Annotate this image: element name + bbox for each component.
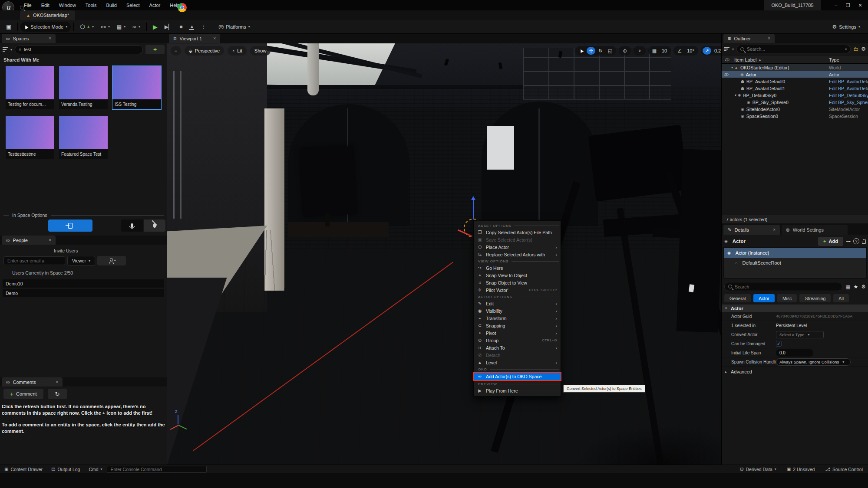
- grid-snap-value[interactable]: 10: [660, 48, 669, 53]
- menu-replace-actors[interactable]: ⇆Replace Selected Actors with›: [474, 251, 561, 258]
- advanced-section-header[interactable]: ▸Advanced: [722, 368, 868, 376]
- menu-snap-object-to-view[interactable]: ⌗Snap Object to View: [474, 279, 561, 286]
- type-column[interactable]: Type: [829, 57, 839, 62]
- close-icon[interactable]: ×: [773, 227, 776, 232]
- filter-actor[interactable]: Actor: [753, 294, 775, 302]
- add-component-button[interactable]: + Add: [818, 237, 843, 246]
- tab-outliner[interactable]: ≣ Outliner ×: [723, 34, 775, 43]
- space-thumbnail[interactable]: Testing for docum...: [6, 66, 54, 109]
- outliner-row-actor-selected[interactable]: ◉ ActorActor: [722, 71, 868, 78]
- menu-edit[interactable]: ✎Edit›: [474, 300, 561, 307]
- menu-edit[interactable]: Edit: [36, 0, 54, 10]
- pivot-icon[interactable]: ⌖: [635, 47, 644, 55]
- add-user-button[interactable]: +: [97, 256, 126, 265]
- outliner-row[interactable]: ▾✺ BP_DefaultSky0Edit BP_DefaultSky: [722, 92, 868, 98]
- angle-snap-control[interactable]: ∠ 10°: [673, 46, 698, 56]
- visibility-column-icon[interactable]: [725, 58, 729, 61]
- add-space-button[interactable]: +: [145, 45, 165, 54]
- stop-button[interactable]: ■: [176, 22, 186, 32]
- filter-streaming[interactable]: Streaming: [799, 294, 831, 302]
- play-button[interactable]: ▶: [149, 22, 161, 32]
- item-label-column[interactable]: Item Label: [734, 57, 756, 62]
- invite-email-input[interactable]: [3, 256, 65, 265]
- tab-world-settings[interactable]: ◍ World Settings: [782, 225, 848, 235]
- scene-root-row[interactable]: ⌂ DefaultSceneRoot: [724, 258, 866, 268]
- menu-go-here[interactable]: ↪Go Here: [474, 264, 561, 272]
- space-thumbnail-selected[interactable]: ISS Testing: [112, 66, 161, 109]
- add-comment-button[interactable]: + Comment: [3, 389, 43, 399]
- filter-chevron-icon[interactable]: ▾: [732, 47, 734, 51]
- tab-details[interactable]: ✎ Details ×: [723, 225, 780, 235]
- console-command-input[interactable]: [107, 466, 207, 473]
- details-settings-icon[interactable]: ⚙: [861, 284, 866, 290]
- spaces-search-input[interactable]: ×: [15, 45, 143, 54]
- close-icon[interactable]: ×: [49, 238, 51, 242]
- content-drawer-button[interactable]: ▣ Content Drawer: [0, 467, 47, 472]
- new-folder-icon[interactable]: 🗀︎: [853, 46, 858, 52]
- select-tool-icon[interactable]: [577, 47, 586, 55]
- cmd-dropdown[interactable]: Cmd▾: [84, 467, 106, 472]
- lock-icon[interactable]: [862, 241, 866, 244]
- play-options-button[interactable]: ⋮: [198, 22, 209, 32]
- menu-add-actor-to-oko-space[interactable]: ∞Add Actor(s) to OKO Space: [473, 372, 561, 381]
- space-thumbnail[interactable]: Testtesttestme: [6, 116, 54, 159]
- unsaved-button[interactable]: ▣ 2 Unsaved: [782, 467, 820, 472]
- add-actor-dropdown[interactable]: ⬡+▾: [76, 22, 97, 32]
- source-control-button[interactable]: ⎇ Source Control: [820, 467, 868, 472]
- favorites-icon[interactable]: ★: [853, 284, 858, 290]
- filter-general[interactable]: General: [724, 294, 751, 302]
- platforms-dropdown[interactable]: 🎮︎Platforms▾: [215, 22, 253, 32]
- outliner-row[interactable]: ◉ SiteModelActor0SiteModelActor: [722, 106, 868, 112]
- can-be-damaged-checkbox[interactable]: ✓: [776, 341, 782, 347]
- outliner-row[interactable]: ☗ BP_AvatarDefault0Edit BP_AvatarDefault: [722, 78, 868, 85]
- menu-copy-file-path[interactable]: ❐Copy Selected Actor(s) File Path: [474, 229, 561, 236]
- show-dropdown[interactable]: Show: [250, 46, 271, 56]
- cinematics-dropdown[interactable]: ▤▾: [113, 22, 129, 32]
- grid-snap-control[interactable]: ▦ 10: [648, 46, 671, 56]
- close-icon[interactable]: ×: [213, 36, 216, 41]
- gizmo-z-axis[interactable]: [473, 200, 474, 219]
- close-icon[interactable]: ×: [56, 380, 58, 384]
- menu-pilot-actor[interactable]: ✈Pilot 'Actor'CTRL+SHIFT+P: [474, 286, 561, 294]
- output-log-button[interactable]: ▤ Output Log: [47, 467, 84, 472]
- filter-all[interactable]: All: [833, 294, 849, 302]
- angle-snap-value[interactable]: 10°: [685, 48, 696, 53]
- blueprint-icon[interactable]: ⊶: [846, 239, 851, 244]
- eye-icon[interactable]: [724, 73, 728, 75]
- filter-chevron-icon[interactable]: ▾: [10, 48, 12, 52]
- outliner-row[interactable]: ☗ BP_AvatarDefault1Edit BP_AvatarDefault: [722, 85, 868, 92]
- tab-spaces[interactable]: ∞ Spaces ×: [2, 34, 56, 43]
- spawn-collision-dropdown[interactable]: Always Spawn, Ignore Collisions▾: [776, 358, 851, 366]
- filter-icon[interactable]: [3, 47, 8, 52]
- move-tool-icon[interactable]: ✢: [587, 47, 595, 55]
- scale-tool-icon[interactable]: ◱: [606, 47, 614, 55]
- menu-visibility[interactable]: ◉Visibility›: [474, 307, 561, 314]
- window-restore-button[interactable]: ❐: [842, 0, 854, 10]
- tab-viewport[interactable]: ⊞ Viewport 1 ×: [169, 34, 220, 43]
- filter-misc[interactable]: Misc: [777, 294, 797, 302]
- selection-mode-dropdown[interactable]: Selection Mode▾: [20, 22, 71, 32]
- menu-actor[interactable]: Actor: [145, 0, 165, 10]
- chevron-down-icon[interactable]: ▾: [845, 47, 847, 51]
- convert-actor-dropdown[interactable]: Select a Type▾: [776, 331, 824, 338]
- mic-on-button[interactable]: [121, 219, 143, 232]
- scale-snap-control[interactable]: ↗ 0.25: [701, 46, 721, 56]
- outliner-row[interactable]: ◉ BP_Sky_Sphere0Edit BP_Sky_Sphere: [722, 99, 868, 105]
- lit-dropdown[interactable]: ◔ Lit: [228, 46, 247, 56]
- space-thumbnail[interactable]: Featured Space Test: [59, 116, 108, 159]
- menu-place-actor[interactable]: ⬡Place Actor›: [474, 243, 561, 251]
- menu-tools[interactable]: Tools: [81, 0, 102, 10]
- skip-button[interactable]: ▶▏: [161, 22, 176, 32]
- space-thumbnail[interactable]: Veranda Testing: [59, 66, 108, 109]
- world-space-icon[interactable]: ⊕: [620, 47, 629, 55]
- menu-pivot[interactable]: ⌖Pivot›: [474, 329, 561, 337]
- window-minimize-button[interactable]: –: [830, 0, 842, 10]
- eject-button[interactable]: ▲: [186, 22, 198, 32]
- refresh-comments-button[interactable]: ↻: [48, 389, 67, 399]
- menu-snapping[interactable]: ⊂Snapping›: [474, 322, 561, 329]
- menu-build[interactable]: Build: [102, 0, 122, 10]
- menu-level[interactable]: ▲Level›: [474, 359, 561, 366]
- details-search-input[interactable]: [724, 282, 842, 291]
- perspective-dropdown[interactable]: ⬙ Perspective: [185, 46, 224, 56]
- close-icon[interactable]: ×: [768, 36, 770, 41]
